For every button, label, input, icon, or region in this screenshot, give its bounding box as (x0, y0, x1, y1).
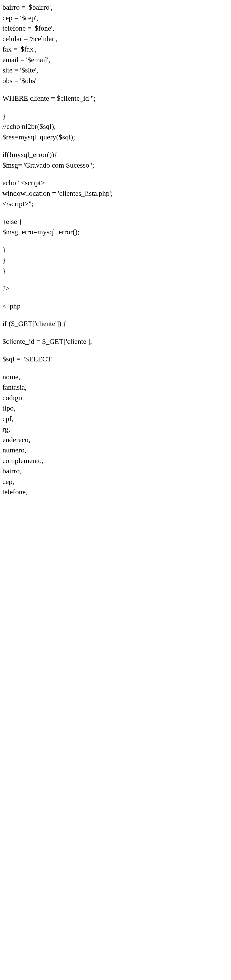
code-line: obs = '$obs' (2, 75, 229, 86)
code-line: } (2, 111, 229, 121)
code-line: //echo nl2br($sql); (2, 121, 229, 132)
code-line: cep, (2, 476, 229, 487)
code-line: } (2, 265, 229, 276)
code-line: $sql = "SELECT (2, 354, 229, 364)
code-line: endereco, (2, 434, 229, 445)
code-line: } (2, 244, 229, 255)
code-line: ?> (2, 283, 229, 294)
code-line: telefone, (2, 487, 229, 497)
code-line: site = '$site', (2, 65, 229, 75)
code-line: cep = '$cep', (2, 13, 229, 23)
code-line: rg, (2, 424, 229, 434)
code-line: bairro = '$bairro', (2, 2, 229, 13)
code-line: </script>"; (2, 199, 229, 209)
code-line: $msg="Gravado com Sucesso"; (2, 160, 229, 170)
code-line: echo "<script> (2, 177, 229, 188)
code-line: if ($_GET['cliente']) { (2, 318, 229, 329)
code-line: fax = '$fax', (2, 44, 229, 54)
code-line: complemento, (2, 455, 229, 466)
code-line: window.location = 'clientes_lista.php'; (2, 188, 229, 199)
code-line: tipo, (2, 403, 229, 414)
code-line: nome, (2, 372, 229, 382)
code-line: if(!mysql_error()){ (2, 149, 229, 160)
code-line: <?php (2, 301, 229, 311)
code-line: WHERE cliente = $cliente_id "; (2, 93, 229, 103)
code-line: email = '$email', (2, 54, 229, 65)
code-line: cpf, (2, 414, 229, 424)
code-line: celular = '$celular', (2, 33, 229, 44)
code-line: codigo, (2, 393, 229, 403)
code-line: numero, (2, 445, 229, 455)
code-line: bairro, (2, 466, 229, 476)
code-line: $res=mysql_query($sql); (2, 132, 229, 142)
code-line: telefone = '$fone', (2, 23, 229, 33)
code-line: } (2, 255, 229, 265)
code-line: }else { (2, 216, 229, 227)
code-line: $cliente_id = $_GET['cliente']; (2, 336, 229, 347)
code-line: fantasia, (2, 382, 229, 393)
code-line: $msg_erro=mysql_error(); (2, 227, 229, 237)
